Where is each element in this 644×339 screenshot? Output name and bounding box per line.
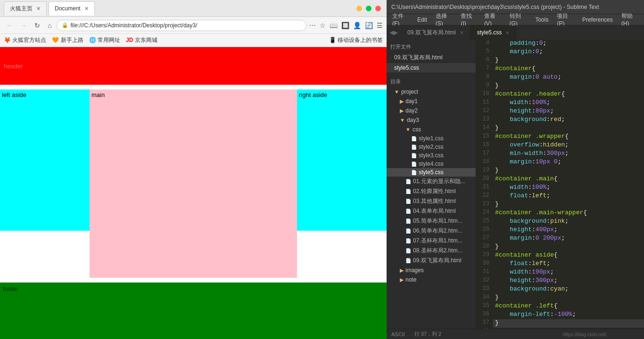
file-03[interactable]: 📄 03.其他属性.html — [387, 196, 476, 206]
code-line-33[interactable]: 33 background:cyan; — [476, 285, 644, 294]
sublime-tab-html[interactable]: 09.双飞翼布局.html ✕ — [401, 25, 471, 40]
browser-title-bar: 火狐主页 ✕ Document ✕ — [0, 0, 387, 17]
code-line-15[interactable]: 15#container .wrapper{ — [476, 133, 644, 141]
bookmark-huohu[interactable]: 🦊 火狐官方站点 — [4, 36, 46, 44]
forward-button[interactable]: → — [18, 21, 29, 30]
code-line-28[interactable]: 28} — [476, 243, 644, 251]
bookmark-common[interactable]: 🌐 常用网址 — [89, 36, 120, 44]
more-icon[interactable]: ⋯ — [309, 22, 316, 29]
code-line-23[interactable]: 23} — [476, 201, 644, 209]
file-08[interactable]: 📄 08.圣杯布局2.htm... — [387, 246, 476, 256]
file-style1[interactable]: 📄 style1.css — [387, 134, 476, 143]
code-line-8[interactable]: 8 margin:0 auto; — [476, 73, 644, 82]
code-line-29[interactable]: 29#container aside{ — [476, 251, 644, 260]
file-style2[interactable]: 📄 style2.css — [387, 143, 476, 151]
code-line-13[interactable]: 13 background:red; — [476, 116, 644, 124]
folder-note[interactable]: ▶ note — [387, 275, 476, 284]
code-line-17[interactable]: 17 min-width:300px; — [476, 150, 644, 158]
file-style5[interactable]: 📄 style5.css — [387, 168, 476, 177]
file-02[interactable]: 📄 02.轮廓属性.html — [387, 186, 476, 196]
code-line-26[interactable]: 26 height:400px; — [476, 226, 644, 234]
open-file-html[interactable]: 09.双飞翼布局.html — [387, 52, 476, 63]
line-number-10: 10 — [476, 90, 493, 99]
home-button[interactable]: ⌂ — [45, 21, 54, 30]
code-line-6[interactable]: 6} — [476, 56, 644, 65]
code-line-25[interactable]: 25 background:pink; — [476, 218, 644, 226]
code-line-31[interactable]: 31 width:190px; — [476, 268, 644, 277]
tab-close-document[interactable]: ✕ — [84, 6, 89, 12]
menu-preferences[interactable]: Preferences — [578, 16, 617, 24]
tab-document[interactable]: Document ✕ — [49, 1, 95, 16]
bookmark-newbie[interactable]: 🧡 新手上路 — [52, 36, 83, 44]
code-editor[interactable]: 4 padding:0;5 margin:0;6}7#container{8 m… — [476, 40, 644, 329]
folder-project[interactable]: ▼ project — [387, 87, 476, 97]
menu-tools[interactable]: Tools — [531, 16, 552, 24]
folder-day1[interactable]: ▶ day1 — [387, 97, 476, 106]
file-07[interactable]: 📄 07.圣杯布局1.htm... — [387, 236, 476, 246]
directory-header[interactable]: 目录 — [387, 76, 476, 87]
sublime-tab-css[interactable]: style5.css ✕ — [471, 25, 517, 40]
open-file-css[interactable]: style5.css — [387, 63, 476, 73]
bookmark-jd[interactable]: JD 京东商城 — [126, 36, 157, 44]
file-04[interactable]: 📄 04.表单布局.html — [387, 206, 476, 216]
code-line-22[interactable]: 22 float:left; — [476, 192, 644, 201]
folder-css[interactable]: ▼ css — [387, 125, 476, 134]
line-number-36: 36 — [476, 311, 493, 319]
tab-nav-arrows[interactable]: ◀▶ — [387, 29, 401, 36]
reading-icon[interactable]: 📖 — [330, 22, 338, 29]
window-restore-btn[interactable] — [366, 6, 372, 11]
sublime-tab-html-close[interactable]: ✕ — [460, 30, 463, 35]
tab-huohu[interactable]: 火狐主页 ✕ — [4, 1, 47, 16]
code-line-24[interactable]: 24#container .main-wrapper{ — [476, 209, 644, 218]
code-line-4[interactable]: 4 padding:0; — [476, 40, 644, 48]
folder-day3[interactable]: ▼ day3 — [387, 115, 476, 125]
code-line-32[interactable]: 32 height:300px; — [476, 277, 644, 285]
code-line-11[interactable]: 11 width:100%; — [476, 99, 644, 107]
screenshot-icon[interactable]: 🔲 — [341, 22, 349, 29]
window-minimize-btn[interactable] — [356, 6, 362, 11]
code-line-7[interactable]: 7#container{ — [476, 65, 644, 73]
address-bar[interactable]: 🔒 file:///C:/Users/Administrator/Desktop… — [57, 20, 306, 31]
file-01[interactable]: 📄 01.元素的显示和隐... — [387, 177, 476, 186]
code-line-16[interactable]: 16 overflow:hidden; — [476, 141, 644, 150]
folder-images[interactable]: ▶ images — [387, 266, 476, 275]
reload-button[interactable]: ↻ — [32, 21, 42, 30]
folder-day2[interactable]: ▶ day2 — [387, 106, 476, 115]
code-line-12[interactable]: 12 height:80px; — [476, 107, 644, 116]
file-style4[interactable]: 📄 style4.css — [387, 160, 476, 168]
file-05[interactable]: 📄 05.简单布局1.htm... — [387, 216, 476, 226]
code-line-5[interactable]: 5 margin:0; — [476, 48, 644, 56]
bookmark-icon[interactable]: ☆ — [320, 22, 326, 29]
sync-icon[interactable]: 🔄 — [365, 22, 373, 29]
code-line-36[interactable]: 36 margin-left:-100%; — [476, 311, 644, 319]
code-line-30[interactable]: 30 float:left; — [476, 260, 644, 268]
code-line-38[interactable]: 38#container .right{ — [476, 328, 644, 329]
menu-icon[interactable]: ☰ — [377, 22, 383, 29]
file-style3[interactable]: 📄 style3.css — [387, 151, 476, 160]
code-line-35[interactable]: 35#container .left{ — [476, 302, 644, 311]
file-06[interactable]: 📄 06.简单布局2.htm... — [387, 226, 476, 236]
page-middle: left aside main right aside — [0, 89, 387, 278]
back-button[interactable]: ← — [4, 21, 15, 30]
code-line-20[interactable]: 20#container .main{ — [476, 175, 644, 184]
code-line-19[interactable]: 19} — [476, 167, 644, 175]
code-line-18[interactable]: 18 margin:10px 0; — [476, 158, 644, 167]
menu-edit[interactable]: Edit — [413, 16, 431, 24]
code-line-27[interactable]: 27 margin:0 200px; — [476, 234, 644, 243]
code-line-14[interactable]: 14} — [476, 124, 644, 133]
folder-note-icon: ▶ — [400, 277, 404, 283]
line-content-10: #container .header{ — [493, 90, 644, 99]
code-line-34[interactable]: 34} — [476, 294, 644, 302]
tab-close-huohu[interactable]: ✕ — [36, 6, 41, 12]
open-files-header[interactable]: 打开文件 — [387, 41, 476, 52]
right-aside-label: right aside — [299, 91, 327, 98]
profile-icon[interactable]: 👤 — [353, 22, 361, 29]
file-09[interactable]: 📄 09.双飞翼布局.html — [387, 256, 476, 266]
sublime-tab-css-close[interactable]: ✕ — [505, 30, 509, 35]
code-line-9[interactable]: 9} — [476, 82, 644, 90]
code-line-21[interactable]: 21 width:100%; — [476, 184, 644, 192]
code-line-37[interactable]: 37} — [476, 319, 644, 328]
window-close-btn[interactable] — [375, 6, 381, 11]
bookmark-mobile[interactable]: 📱 移动设备上的书签 — [329, 36, 383, 44]
code-line-10[interactable]: 10#container .header{ — [476, 90, 644, 99]
